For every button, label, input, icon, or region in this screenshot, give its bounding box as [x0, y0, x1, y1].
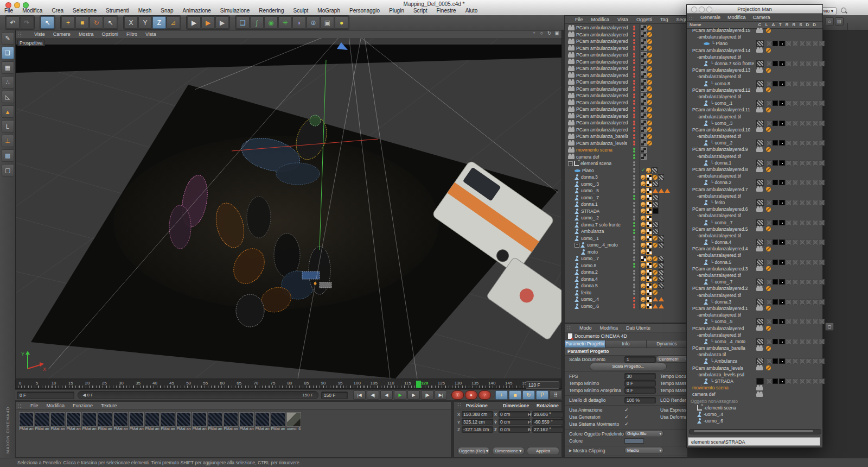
texture-mode-icon[interactable]: ▦ — [2, 61, 14, 74]
normal-mode-icon[interactable]: ⊥ — [2, 135, 14, 147]
pm-tree-row[interactable]: └ donna.5 — [687, 259, 822, 266]
pm-tree-row[interactable]: -ambulanzalayered.tif — [687, 73, 822, 80]
projection-swatch[interactable] — [756, 219, 764, 226]
coverage-cell[interactable] — [766, 260, 772, 265]
toggle-view-icon[interactable]: ▣ — [554, 30, 560, 36]
compositing-tag[interactable] — [647, 73, 652, 78]
compositing-tag[interactable] — [766, 226, 771, 231]
pan-view-icon[interactable]: + — [531, 30, 537, 36]
coverage-cell[interactable] — [799, 140, 805, 146]
coverage-cell[interactable] — [773, 160, 778, 166]
panel-grip-icon[interactable] — [567, 326, 571, 331]
compositing-tag[interactable] — [647, 66, 652, 71]
uvw-tag[interactable] — [646, 222, 652, 228]
coverage-cell[interactable] — [766, 378, 772, 384]
coverage-cell[interactable] — [812, 180, 818, 185]
visibility-dots[interactable] — [629, 65, 640, 72]
compositing-tag[interactable] — [647, 86, 652, 91]
menu-mograph[interactable]: MoGraph — [317, 8, 340, 14]
object-row[interactable]: PCam ambulanzalayered.8 — [565, 72, 687, 79]
coord-field-posizione-z[interactable]: -327.145 cm — [462, 426, 493, 433]
visibility-dots[interactable] — [629, 269, 640, 276]
add-light-icon[interactable]: ● — [335, 16, 348, 29]
phong-tag[interactable] — [647, 256, 652, 261]
menu-sculpt[interactable]: Sculpt — [293, 8, 309, 14]
pm-tree-row[interactable]: PCam ambulanzalayered.4 — [687, 245, 822, 252]
param-checkbox[interactable]: ✓ — [624, 421, 629, 427]
compositing-tag[interactable] — [647, 121, 652, 125]
frame-range-slider[interactable]: ◀ 0 F 150 F — [78, 391, 318, 399]
object-row[interactable]: PCam ambulanzalayered.9 — [565, 65, 687, 72]
coverage-cell[interactable] — [773, 61, 778, 66]
render-settings-icon[interactable]: ▶ — [215, 16, 229, 29]
document-row[interactable]: Documento CINEMA 4D — [565, 332, 687, 340]
compositing-tag[interactable] — [647, 39, 652, 44]
render-picture-viewer-icon[interactable]: ▶ — [201, 16, 215, 29]
coverage-cell[interactable] — [792, 81, 798, 86]
coverage-cell[interactable] — [766, 121, 772, 126]
model-mode-icon[interactable]: ❑ — [2, 47, 14, 59]
coverage-cell[interactable] — [766, 319, 772, 324]
material-thumbnail[interactable] — [113, 412, 128, 427]
coverage-cell[interactable] — [766, 299, 772, 305]
material-thumbnail[interactable] — [176, 412, 191, 427]
projection-swatch[interactable] — [756, 358, 764, 364]
visibility-dots[interactable] — [629, 147, 640, 154]
last-tool-icon[interactable]: ↖ — [104, 16, 117, 29]
material-thumbnail[interactable] — [271, 412, 285, 427]
coverage-cell[interactable] — [766, 160, 772, 166]
column-a[interactable]: A — [770, 22, 777, 27]
pm-tree-row[interactable]: └ uomo_.3 — [687, 120, 822, 127]
home-icon[interactable]: ⌂ — [825, 17, 834, 26]
material-thumbnail[interactable] — [239, 412, 254, 427]
coverage-cell[interactable] — [786, 61, 792, 66]
key-scale-button[interactable]: ■ — [509, 390, 521, 400]
compositing-tag[interactable] — [653, 263, 658, 268]
object-mode-dropdown[interactable]: Oggetto (Rel) ▾ — [457, 447, 490, 455]
column-t[interactable]: T — [777, 22, 784, 27]
uvw-tag[interactable] — [646, 181, 652, 187]
coverage-cell[interactable] — [779, 378, 785, 384]
coord-field-dimensione-y[interactable]: 0 cm — [499, 419, 530, 425]
coverage-cell[interactable] — [812, 339, 818, 344]
coverage-cell[interactable] — [766, 339, 772, 344]
coverage-cell[interactable] — [779, 239, 785, 245]
coord-field-rotazione-p[interactable]: -60.559 ° — [532, 419, 564, 425]
material-thumbnail[interactable] — [35, 412, 49, 427]
object-row[interactable]: PCam ambulanzalayered.14 — [565, 31, 687, 39]
coverage-cell[interactable] — [786, 180, 792, 185]
pm-tree-row[interactable]: PCam ambulanza_barella — [687, 345, 822, 351]
pm-tree-row[interactable]: -ambulanza_levels.psd — [687, 371, 822, 378]
visibility-dots[interactable] — [629, 255, 640, 262]
texture-tag[interactable] — [658, 256, 664, 262]
display-tag[interactable] — [641, 52, 647, 58]
visibility-dots[interactable] — [629, 154, 640, 161]
pm-tree-row[interactable]: PCam ambulanzalayered.3 — [687, 266, 822, 272]
coverage-cell[interactable] — [812, 200, 818, 205]
pm-tree-row[interactable]: -ambulanzalayered.tif — [687, 193, 822, 199]
pm-tree-row[interactable]: └ uomo_.5 — [687, 318, 822, 325]
compositing-tag[interactable] — [766, 147, 771, 152]
visibility-dots[interactable] — [629, 140, 640, 147]
pm-tree-row[interactable]: PCam ambulanzalayered.10 — [687, 127, 822, 133]
pm-tree-row[interactable]: └ Piano — [687, 40, 822, 47]
coverage-cell[interactable] — [812, 299, 818, 305]
display-tag[interactable] — [641, 93, 647, 99]
record-options-button[interactable]: ? — [478, 390, 491, 400]
coverage-cell[interactable] — [786, 339, 792, 344]
close-window-icon[interactable] — [691, 7, 697, 12]
viewport-menu-filtro[interactable]: Filtro — [126, 31, 137, 37]
phong-tag[interactable] — [641, 236, 646, 241]
warning-icon[interactable] — [653, 304, 658, 308]
texture-tag[interactable] — [653, 229, 659, 235]
pm-tree-row[interactable]: -ambulanzalayered.tif — [687, 332, 822, 338]
om-menu-vista[interactable]: Vista — [617, 17, 628, 22]
coverage-cell[interactable] — [812, 358, 818, 364]
param-checkbox[interactable]: ✓ — [624, 407, 629, 413]
viewport-menu-opzioni[interactable]: Opzioni — [101, 31, 118, 37]
coverage-cell[interactable] — [779, 61, 785, 66]
param-value-field[interactable]: 100 % — [624, 397, 656, 403]
visibility-dots[interactable] — [629, 99, 640, 106]
axis-mode-icon[interactable]: L — [2, 120, 14, 132]
menu-simulazione[interactable]: Simulazione — [220, 8, 250, 14]
